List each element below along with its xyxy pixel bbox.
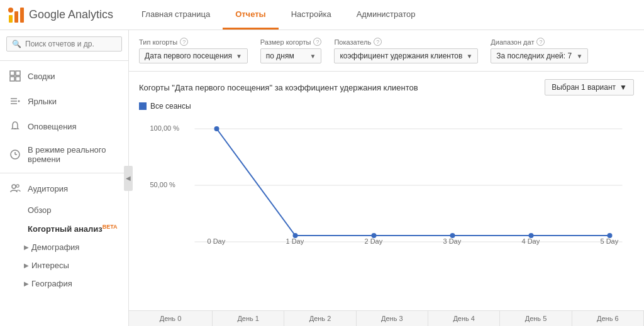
- chart-svg: 100,00 % 50,00 %: [139, 119, 634, 245]
- sidebar-item-realtime[interactable]: В режиме реального времени: [0, 139, 128, 170]
- metric-label: Показатель ?: [334, 38, 478, 46]
- svg-text:50,00 %: 50,00 %: [150, 181, 176, 188]
- sidebar-item-auditoriya[interactable]: Аудитория: [0, 176, 128, 201]
- variant-button[interactable]: Выбран 1 вариант ▼: [545, 79, 634, 95]
- cohort-size-help-icon[interactable]: ?: [313, 38, 321, 46]
- svg-rect-5: [16, 71, 20, 75]
- sidebar-item-svodki[interactable]: Сводки: [0, 63, 128, 89]
- chart-container: Когорты "Дата первого посещения" за коэф…: [129, 72, 644, 310]
- arrow-demografiya-icon: ▶: [24, 244, 29, 251]
- collapse-handle[interactable]: ◀: [124, 166, 133, 191]
- legend-label: Все сеансы: [150, 102, 191, 111]
- svg-text:2 Day: 2 Day: [365, 237, 383, 245]
- svg-rect-0: [9, 15, 13, 23]
- table-header-day6: День 6: [572, 311, 644, 326]
- sidebar-sub-demografiya[interactable]: ▶ Демография: [0, 238, 128, 256]
- metric-help-icon[interactable]: ?: [374, 38, 382, 46]
- cohort-type-label: Тип когорты ?: [139, 38, 248, 46]
- sidebar-label-yarlyky: Ярлыки: [28, 97, 57, 106]
- svg-text:3 Day: 3 Day: [443, 237, 462, 245]
- beta-badge: BETA: [103, 224, 118, 230]
- sidebar-item-yarlyky[interactable]: Ярлыки: [0, 89, 128, 114]
- date-range-chevron-icon: ▼: [576, 53, 582, 60]
- cohort-type-chevron-icon: ▼: [236, 53, 242, 60]
- chart-legend: Все сеансы: [139, 102, 634, 111]
- filter-metric: Показатель ? коэффициент удержания клиен…: [334, 38, 478, 63]
- sidebar-item-opovesheniya[interactable]: Оповещения: [0, 114, 128, 139]
- metric-select[interactable]: коэффициент удержания клиентов ▼: [334, 48, 478, 63]
- filter-cohort-size: Размер когорты ? по дням ▼: [260, 38, 322, 63]
- sidebar-label-realtime: В режиме реального времени: [28, 145, 119, 164]
- cohort-size-select[interactable]: по дням ▼: [260, 48, 322, 63]
- sidebar-label-svodki: Сводки: [28, 72, 55, 81]
- svg-point-11: [18, 101, 20, 102]
- sidebar-sub-obzor[interactable]: Обзор: [0, 201, 128, 219]
- svg-rect-7: [16, 77, 20, 81]
- sidebar-sub-interesy[interactable]: ▶ Интересы: [0, 256, 128, 274]
- arrow-geografiya-icon: ▶: [24, 280, 29, 287]
- svg-rect-6: [10, 77, 14, 81]
- main-layout: 🔍 Сводки Ярлыки Оповещения: [0, 30, 644, 326]
- svg-text:4 Day: 4 Day: [522, 237, 540, 245]
- top-navigation: Google Analytics Главная страница Отчеты…: [0, 0, 644, 30]
- table-header-day1: День 1: [213, 311, 284, 326]
- svg-rect-1: [14, 11, 18, 23]
- people-icon: [9, 182, 21, 195]
- table-header-row: День 0 День 1 День 2 День 3 День 4 День …: [129, 310, 644, 326]
- svg-text:5 Day: 5 Day: [601, 237, 619, 245]
- content-area: Тип когорты ? Дата первого посещения ▼ Р…: [129, 30, 644, 326]
- search-icon: 🔍: [12, 40, 21, 48]
- tab-reports[interactable]: Отчеты: [223, 0, 279, 30]
- sidebar-divider-2: [0, 173, 128, 173]
- table-header-day5: День 5: [500, 311, 572, 326]
- svg-rect-4: [10, 71, 14, 75]
- filter-cohort-type: Тип когорты ? Дата первого посещения ▼: [139, 38, 248, 63]
- svg-text:1 Day: 1 Day: [286, 237, 304, 245]
- ga-logo-icon: [8, 6, 25, 24]
- cohort-type-select[interactable]: Дата первого посещения ▼: [139, 48, 248, 63]
- sidebar-sub-geografiya[interactable]: ▶ География: [0, 274, 128, 293]
- svg-point-3: [8, 8, 13, 13]
- tab-admin[interactable]: Администратор: [344, 0, 428, 30]
- logo-area: Google Analytics: [0, 6, 129, 24]
- logo-text: Google Analytics: [29, 8, 113, 21]
- svg-point-17: [16, 185, 19, 187]
- chart-svg-wrapper: 100,00 % 50,00 %: [139, 119, 634, 303]
- bell-icon: [9, 120, 21, 133]
- svg-text:0 Day: 0 Day: [208, 237, 226, 245]
- sidebar-label-opovesheniya: Оповещения: [28, 122, 77, 131]
- sidebar-sub-kogortny[interactable]: Когортный анализBETA: [0, 219, 128, 238]
- legend-color-box: [139, 102, 147, 110]
- cohort-size-label: Размер когорты ?: [260, 38, 322, 46]
- sidebar-label-auditoriya: Аудитория: [28, 184, 68, 193]
- chart-point-0[interactable]: [214, 126, 219, 131]
- variant-chevron-icon: ▼: [619, 83, 627, 92]
- table-header-day3: День 3: [357, 311, 428, 326]
- table-header-day0: День 0: [129, 311, 213, 326]
- clock-icon: [9, 148, 21, 161]
- date-range-select[interactable]: За последних дней: 7 ▼: [491, 48, 588, 63]
- table-header-day4: День 4: [428, 311, 500, 326]
- filter-bar: Тип когорты ? Дата первого посещения ▼ Р…: [129, 30, 644, 72]
- svg-text:100,00 %: 100,00 %: [150, 124, 180, 132]
- svg-rect-2: [20, 8, 24, 23]
- metric-chevron-icon: ▼: [466, 53, 472, 60]
- svg-point-16: [12, 185, 16, 188]
- nav-tabs: Главная страница Отчеты Настройка Админи…: [129, 0, 428, 30]
- cohort-size-chevron-icon: ▼: [310, 53, 316, 60]
- cohort-type-help-icon[interactable]: ?: [180, 38, 188, 46]
- grid-icon: [9, 70, 21, 82]
- tab-home[interactable]: Главная страница: [129, 0, 223, 30]
- arrow-interesy-icon: ▶: [24, 262, 29, 269]
- search-box[interactable]: 🔍: [6, 36, 122, 52]
- sidebar: 🔍 Сводки Ярлыки Оповещения: [0, 30, 129, 326]
- chart-header: Когорты "Дата первого посещения" за коэф…: [139, 79, 634, 95]
- sidebar-divider-1: [0, 60, 128, 61]
- search-input[interactable]: [25, 40, 116, 48]
- chart-title: Когорты "Дата первого посещения" за коэф…: [139, 83, 418, 92]
- tab-settings[interactable]: Настройка: [279, 0, 344, 30]
- date-range-help-icon[interactable]: ?: [536, 38, 545, 46]
- date-range-label: Диапазон дат ?: [491, 38, 588, 46]
- labels-icon: [9, 95, 21, 107]
- table-header-day2: День 2: [284, 311, 356, 326]
